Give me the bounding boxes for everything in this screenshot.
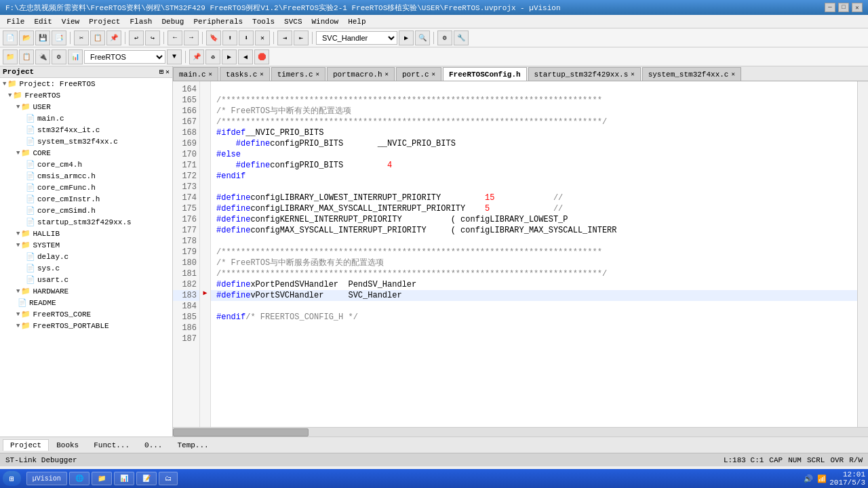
tree-item-core-cm4-h[interactable]: 📄core_cm4.h	[0, 159, 172, 170]
tree-item-project--freertos[interactable]: ▼📁Project: FreeRTOS	[0, 78, 172, 89]
menu-item-file[interactable]: File	[3, 17, 28, 26]
tab-system-stm32f4xx-c[interactable]: system_stm32f4xx.c✕	[642, 67, 741, 81]
tab-freertosconfig-h[interactable]: FreeRTOSConfig.h	[443, 67, 527, 81]
menu-item-view[interactable]: View	[58, 17, 83, 26]
prev-bookmark-button[interactable]: ⬆	[222, 30, 237, 45]
nav-back-button[interactable]: ←	[167, 30, 182, 45]
tree-expand-0[interactable]: ▼	[3, 81, 6, 87]
tb2-btn2[interactable]: 📋	[19, 49, 34, 64]
bottom-tab-temp---[interactable]: Temp...	[170, 439, 216, 451]
tree-item-main-c[interactable]: 📄main.c	[0, 113, 172, 124]
tab-startup-stm32f429xx-s[interactable]: startup_stm32f429xx.s✕	[528, 67, 641, 81]
tree-expand-6[interactable]: ▼	[16, 150, 20, 157]
taskbar-app-other[interactable]: 🗂	[159, 472, 178, 485]
menu-item-window[interactable]: Window	[308, 17, 343, 26]
tab-portmacro-h[interactable]: portmacro.h✕	[327, 67, 395, 81]
cut-button[interactable]: ✂	[74, 30, 89, 45]
outdent-button[interactable]: ⇤	[294, 30, 309, 45]
menu-item-peripherals[interactable]: Peripherals	[189, 17, 247, 26]
menu-item-debug[interactable]: Debug	[157, 17, 188, 26]
open-button[interactable]: 📂	[19, 30, 34, 45]
indent-button[interactable]: ⇥	[277, 30, 292, 45]
tab-timers-c[interactable]: timers.c✕	[271, 67, 326, 81]
new-button[interactable]: 📄	[3, 30, 18, 45]
tab-tasks-c[interactable]: tasks.c✕	[220, 67, 270, 81]
start-button[interactable]: ⊞	[3, 471, 21, 486]
tree-item-freertos-core[interactable]: ▼📁FreeRTOS_CORE	[0, 308, 172, 320]
tree-item-system[interactable]: ▼📁SYSTEM	[0, 239, 172, 251]
menu-item-project[interactable]: Project	[85, 17, 124, 26]
taskbar-app-word[interactable]: 📝	[136, 472, 157, 485]
menu-item-tools[interactable]: Tools	[248, 17, 279, 26]
bottom-tab-funct---[interactable]: Funct...	[86, 439, 137, 451]
save-button[interactable]: 💾	[35, 30, 50, 45]
code-content[interactable]: /***************************************…	[211, 81, 857, 427]
tree-item-delay-c[interactable]: 📄delay.c	[0, 251, 172, 262]
tree-item-core-cmsimd-h[interactable]: 📄core_cmSimd.h	[0, 205, 172, 216]
bookmark-button[interactable]: 🔖	[206, 30, 221, 45]
search-button[interactable]: 🔍	[415, 30, 430, 45]
tree-item-user[interactable]: ▼📁USER	[0, 101, 172, 113]
tb2-btn4[interactable]: ⚙	[52, 49, 66, 64]
tb2-btn1[interactable]: 📁	[3, 49, 18, 64]
tree-item-hallib[interactable]: ▼📁HALLIB	[0, 228, 172, 239]
tab-close-0[interactable]: ✕	[209, 70, 212, 78]
tb2-btn5[interactable]: 📊	[68, 49, 83, 64]
tree-item-cmsis-armcc-h[interactable]: 📄cmsis_armcc.h	[0, 170, 172, 182]
tb2-btn8[interactable]: ♻	[205, 49, 220, 64]
tb2-btn6[interactable]: ▼	[167, 49, 182, 64]
tree-item-sys-c[interactable]: 📄sys.c	[0, 262, 172, 274]
tb2-btn11[interactable]: 🛑	[254, 49, 269, 64]
taskbar-app-chrome[interactable]: 🌐	[69, 472, 90, 485]
tree-expand-14[interactable]: ▼	[16, 242, 20, 249]
tree-item-freertos[interactable]: ▼📁FreeRTOS	[0, 89, 172, 101]
tree-expand-1[interactable]: ▼	[8, 92, 12, 99]
tb2-btn9[interactable]: ▶	[222, 49, 237, 64]
tree-item-freertos-portable[interactable]: ▼📁FreeRTOS_PORTABLE	[0, 320, 172, 331]
tree-expand-13[interactable]: ▼	[16, 230, 20, 237]
horizontal-scrollbar[interactable]	[173, 427, 868, 436]
tab-main-c[interactable]: main.c✕	[173, 67, 218, 81]
sidebar-close-icon[interactable]: ✕	[165, 68, 170, 76]
tree-item-core-cmfunc-h[interactable]: 📄core_cmFunc.h	[0, 182, 172, 193]
tree-item-hardware[interactable]: ▼📁HARDWARE	[0, 285, 172, 297]
maximize-button[interactable]: □	[838, 3, 849, 12]
tb2-btn7[interactable]: 📌	[189, 49, 204, 64]
tab-close-3[interactable]: ✕	[385, 70, 389, 78]
tree-item-core-cminstr-h[interactable]: 📄core_cmInstr.h	[0, 193, 172, 205]
paste-button[interactable]: 📌	[106, 30, 121, 45]
tab-close-1[interactable]: ✕	[260, 70, 263, 78]
save-all-button[interactable]: 📑	[52, 30, 66, 45]
redo-button[interactable]: ↪	[145, 30, 160, 45]
tree-item-usart-c[interactable]: 📄usart.c	[0, 274, 172, 285]
tree-expand-20[interactable]: ▼	[16, 311, 20, 318]
menu-item-svcs[interactable]: SVCS	[280, 17, 306, 26]
options-button[interactable]: 🔧	[454, 30, 469, 45]
tree-expand-2[interactable]: ▼	[16, 104, 20, 110]
clear-bookmark-button[interactable]: ✕	[255, 30, 270, 45]
next-bookmark-button[interactable]: ⬇	[239, 30, 254, 45]
taskbar-app-files[interactable]: 📁	[92, 472, 112, 485]
target-dropdown[interactable]: FreeRTOS	[84, 50, 165, 64]
go-button[interactable]: ▶	[399, 30, 414, 45]
minimize-button[interactable]: —	[825, 3, 835, 12]
menu-item-edit[interactable]: Edit	[30, 17, 56, 26]
tree-item-readme[interactable]: 📄README	[0, 297, 172, 308]
tree-item-startup-stm32f429xx-s[interactable]: 📄startup_stm32f429xx.s	[0, 216, 172, 228]
bottom-tab-books[interactable]: Books	[49, 439, 86, 451]
copy-button[interactable]: 📋	[90, 30, 105, 45]
bottom-tab-0---[interactable]: 0...	[137, 439, 170, 451]
taskbar-app-uvision[interactable]: µVision	[26, 472, 67, 485]
close-button[interactable]: ✕	[852, 3, 863, 12]
tree-item-core[interactable]: ▼📁CORE	[0, 147, 172, 159]
code-editor[interactable]: 1641651661671681691701711721731741751761…	[173, 81, 868, 427]
menu-item-help[interactable]: Help	[344, 17, 370, 26]
tab-close-4[interactable]: ✕	[432, 70, 435, 78]
vertical-scrollbar[interactable]	[857, 81, 868, 427]
menu-item-flash[interactable]: Flash	[125, 17, 156, 26]
debug-button[interactable]: ⚙	[437, 30, 452, 45]
tb2-btn3[interactable]: 🔌	[35, 49, 50, 64]
tab-close-2[interactable]: ✕	[315, 70, 319, 78]
tab-close-6[interactable]: ✕	[631, 70, 634, 78]
tree-expand-18[interactable]: ▼	[16, 288, 20, 295]
